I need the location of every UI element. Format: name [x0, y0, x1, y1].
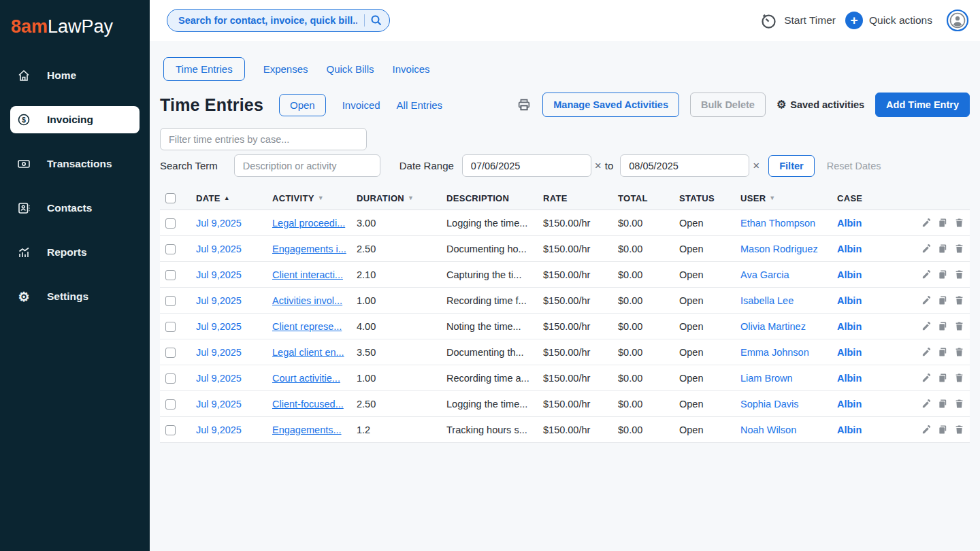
user-link[interactable]: Ava Garcia	[740, 269, 789, 280]
case-link[interactable]: Albin	[837, 244, 862, 254]
column-header-date[interactable]: DATE▲	[191, 186, 267, 210]
sidebar-item-contacts[interactable]: Contacts	[10, 195, 140, 222]
clear-date-from-icon[interactable]: ×	[595, 160, 602, 171]
edit-icon[interactable]	[921, 399, 932, 409]
print-icon[interactable]	[517, 97, 532, 112]
row-checkbox[interactable]	[165, 348, 176, 358]
edit-icon[interactable]	[921, 244, 932, 254]
duplicate-icon[interactable]	[938, 321, 948, 331]
duplicate-icon[interactable]	[938, 244, 948, 254]
sidebar-item-reports[interactable]: Reports	[10, 239, 140, 266]
duplicate-icon[interactable]	[938, 295, 948, 305]
activity-link[interactable]: Client interacti...	[272, 269, 343, 280]
column-header-user[interactable]: USER▼	[735, 186, 832, 210]
tab-time-entries[interactable]: Time Entries	[163, 57, 245, 81]
search-icon[interactable]	[370, 14, 382, 27]
date-link[interactable]: Jul 9,2025	[196, 347, 242, 358]
delete-icon[interactable]	[954, 295, 964, 305]
tab-expenses[interactable]: Expenses	[263, 63, 308, 75]
case-link[interactable]: Albin	[837, 269, 862, 280]
row-checkbox[interactable]	[165, 244, 176, 254]
search-input[interactable]	[177, 14, 359, 27]
sidebar-item-settings[interactable]: ⚙ Settings	[10, 283, 140, 310]
row-checkbox[interactable]	[165, 322, 176, 332]
case-link[interactable]: Albin	[837, 347, 862, 358]
date-link[interactable]: Jul 9,2025	[196, 269, 242, 280]
activity-link[interactable]: Activities invol...	[272, 295, 342, 306]
date-from-input[interactable]	[462, 154, 591, 177]
delete-icon[interactable]	[954, 373, 964, 383]
start-timer-button[interactable]: Start Timer	[760, 12, 836, 30]
edit-icon[interactable]	[921, 321, 932, 331]
delete-icon[interactable]	[954, 321, 964, 331]
app-logo[interactable]: 8amLawPay	[0, 0, 150, 59]
duplicate-icon[interactable]	[938, 269, 948, 280]
column-header-activity[interactable]: ACTIVITY▼	[267, 186, 351, 210]
row-checkbox[interactable]	[165, 218, 176, 229]
case-link[interactable]: Albin	[837, 321, 862, 332]
date-link[interactable]: Jul 9,2025	[196, 373, 242, 384]
edit-icon[interactable]	[921, 347, 932, 357]
manage-saved-activities-button[interactable]: Manage Saved Activities	[542, 93, 679, 117]
date-link[interactable]: Jul 9,2025	[196, 295, 242, 306]
row-checkbox[interactable]	[165, 373, 176, 384]
user-link[interactable]: Liam Brown	[740, 373, 793, 384]
activity-link[interactable]: Engagements i...	[272, 244, 346, 254]
user-link[interactable]: Mason Rodriguez	[740, 244, 818, 254]
row-checkbox[interactable]	[165, 296, 176, 306]
user-link[interactable]: Noah Wilson	[740, 424, 796, 435]
sidebar-item-invoicing[interactable]: $ Invoicing	[10, 106, 140, 133]
date-link[interactable]: Jul 9,2025	[196, 399, 242, 410]
account-avatar[interactable]	[946, 9, 969, 32]
delete-icon[interactable]	[954, 347, 964, 357]
user-link[interactable]: Emma Johnson	[740, 347, 809, 358]
delete-icon[interactable]	[954, 424, 964, 435]
duplicate-icon[interactable]	[938, 347, 948, 357]
row-checkbox[interactable]	[165, 270, 176, 280]
date-link[interactable]: Jul 9,2025	[196, 244, 242, 254]
date-link[interactable]: Jul 9,2025	[196, 321, 242, 332]
search-term-input[interactable]	[234, 154, 380, 177]
edit-icon[interactable]	[921, 295, 932, 305]
edit-icon[interactable]	[921, 269, 932, 280]
quick-actions-button[interactable]: + Quick actions	[845, 12, 932, 29]
row-checkbox[interactable]	[165, 425, 176, 435]
duplicate-icon[interactable]	[938, 399, 948, 409]
filter-invoiced[interactable]: Invoiced	[342, 99, 380, 111]
saved-activities-button[interactable]: ⚙ Saved activities	[777, 99, 864, 110]
user-link[interactable]: Isabella Lee	[740, 295, 794, 306]
delete-icon[interactable]	[954, 269, 964, 280]
activity-link[interactable]: Client-focused...	[272, 399, 344, 410]
case-filter-input[interactable]	[160, 128, 367, 150]
sidebar-item-transactions[interactable]: Transactions	[10, 150, 140, 178]
edit-icon[interactable]	[921, 373, 932, 383]
filter-button[interactable]: Filter	[768, 155, 814, 177]
date-to-input[interactable]	[620, 154, 749, 177]
duplicate-icon[interactable]	[938, 373, 948, 383]
delete-icon[interactable]	[954, 218, 964, 228]
select-all-checkbox[interactable]	[165, 193, 176, 203]
case-link[interactable]: Albin	[837, 295, 862, 306]
bulk-delete-button[interactable]: Bulk Delete	[690, 93, 766, 117]
activity-link[interactable]: Court activitie...	[272, 373, 340, 384]
case-link[interactable]: Albin	[837, 218, 862, 229]
activity-link[interactable]: Engagements...	[272, 424, 342, 435]
clear-date-to-icon[interactable]: ×	[753, 160, 760, 171]
add-time-entry-button[interactable]: Add Time Entry	[875, 93, 970, 117]
filter-all-entries[interactable]: All Entries	[397, 99, 443, 111]
global-search[interactable]	[167, 9, 390, 32]
delete-icon[interactable]	[954, 244, 964, 254]
reset-dates-button[interactable]: Reset Dates	[827, 161, 881, 171]
tab-quick-bills[interactable]: Quick Bills	[327, 63, 374, 75]
activity-link[interactable]: Client represe...	[272, 321, 342, 332]
sidebar-item-home[interactable]: Home	[10, 62, 140, 89]
delete-icon[interactable]	[954, 399, 964, 409]
user-link[interactable]: Ethan Thompson	[740, 218, 815, 229]
filter-open[interactable]: Open	[279, 94, 326, 116]
case-link[interactable]: Albin	[837, 424, 862, 435]
date-link[interactable]: Jul 9,2025	[196, 218, 242, 229]
duplicate-icon[interactable]	[938, 424, 948, 435]
tab-invoices[interactable]: Invoices	[393, 63, 430, 75]
duplicate-icon[interactable]	[938, 218, 948, 228]
case-link[interactable]: Albin	[837, 373, 862, 384]
